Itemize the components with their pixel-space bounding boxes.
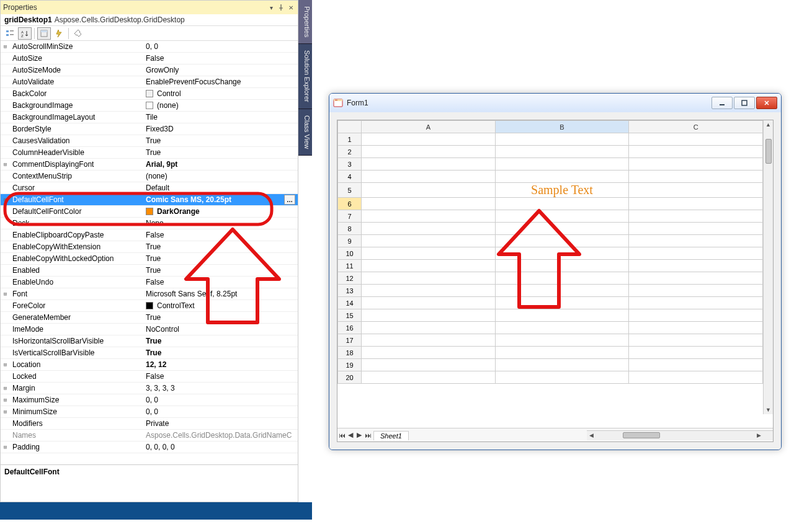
cell-C6[interactable] xyxy=(629,198,763,210)
cell-C13[interactable] xyxy=(629,285,763,297)
row-header-8[interactable]: 8 xyxy=(338,223,362,235)
side-tab-properties[interactable]: Properties xyxy=(298,0,312,44)
row-header-9[interactable]: 9 xyxy=(338,235,362,247)
close-icon[interactable]: ✕ xyxy=(287,3,295,12)
sheet-nav-next-icon[interactable]: ▶ xyxy=(355,431,364,439)
row-header-3[interactable]: 3 xyxy=(338,158,362,171)
row-header-6[interactable]: 6 xyxy=(338,198,362,210)
cell-A3[interactable] xyxy=(362,158,496,171)
property-row-borderstyle[interactable]: BorderStyleFixed3D xyxy=(1,123,298,135)
cell-B19[interactable] xyxy=(495,359,629,371)
property-row-isverticalscrollbarvisible[interactable]: IsVerticalScrollBarVisibleTrue xyxy=(1,347,298,359)
cell-A16[interactable] xyxy=(362,322,496,334)
row-header-12[interactable]: 12 xyxy=(338,272,362,285)
property-value[interactable]: True xyxy=(143,136,298,145)
expand-icon[interactable]: ⊞ xyxy=(1,409,10,415)
cell-A15[interactable] xyxy=(362,309,496,322)
row-header-7[interactable]: 7 xyxy=(338,210,362,223)
cell-A8[interactable] xyxy=(362,223,496,235)
cell-A12[interactable] xyxy=(362,272,496,285)
property-row-imemode[interactable]: ImeModeNoControl xyxy=(1,324,298,335)
row-header-16[interactable]: 16 xyxy=(338,322,362,334)
cell-A9[interactable] xyxy=(362,235,496,247)
property-row-enablecopywithlockedoption[interactable]: EnableCopyWithLockedOptionTrue xyxy=(1,253,298,265)
property-value[interactable]: Comic Sans MS, 20.25pt… xyxy=(143,195,298,205)
property-value[interactable]: True xyxy=(143,254,298,263)
property-value[interactable]: 0, 0 xyxy=(143,396,298,404)
expand-icon[interactable]: ⊞ xyxy=(1,43,10,50)
hscroll-thumb[interactable] xyxy=(623,432,660,438)
property-row-defaultcellfont[interactable]: ⊞DefaultCellFontComic Sans MS, 20.25pt… xyxy=(1,194,298,206)
cell-A10[interactable] xyxy=(362,247,496,260)
property-row-locked[interactable]: LockedFalse xyxy=(1,371,298,383)
cell-B10[interactable] xyxy=(495,247,629,260)
column-header-C[interactable]: C xyxy=(629,121,763,133)
property-value[interactable]: Private xyxy=(143,419,298,428)
property-value[interactable]: Fixed3D xyxy=(143,125,298,133)
property-value[interactable]: 0, 0, 0, 0 xyxy=(143,443,298,451)
cell-C9[interactable] xyxy=(629,235,763,247)
scroll-down-icon[interactable]: ▼ xyxy=(764,406,773,414)
property-row-margin[interactable]: ⊞Margin3, 3, 3, 3 xyxy=(1,383,298,394)
property-value[interactable]: True xyxy=(143,348,298,357)
cell-A6[interactable] xyxy=(362,198,496,210)
property-row-backgroundimage[interactable]: BackgroundImage(none) xyxy=(1,100,298,112)
cell-C1[interactable] xyxy=(629,133,763,146)
close-button[interactable] xyxy=(756,97,777,109)
cell-A1[interactable] xyxy=(362,133,496,146)
cell-B15[interactable] xyxy=(495,309,629,322)
cell-A2[interactable] xyxy=(362,146,496,158)
property-row-backcolor[interactable]: BackColorControl xyxy=(1,88,298,100)
row-header-20[interactable]: 20 xyxy=(338,371,362,384)
property-row-maximumsize[interactable]: ⊞MaximumSize0, 0 xyxy=(1,394,298,406)
property-value[interactable]: True xyxy=(143,313,298,322)
cell-C5[interactable] xyxy=(629,183,763,198)
alphabetical-button[interactable]: AZ xyxy=(18,27,32,40)
property-row-names[interactable]: NamesAspose.Cells.GridDesktop.Data.GridN… xyxy=(1,430,298,441)
property-row-autosize[interactable]: AutoSizeFalse xyxy=(1,53,298,64)
cell-C19[interactable] xyxy=(629,359,763,371)
vertical-scrollbar[interactable]: ▲ ▼ xyxy=(763,120,773,414)
property-row-commentdisplayingfont[interactable]: ⊞CommentDisplayingFontArial, 9pt xyxy=(1,159,298,171)
side-tab-class-view[interactable]: Class View xyxy=(298,109,312,156)
property-value[interactable]: 3, 3, 3, 3 xyxy=(143,384,298,392)
row-header-2[interactable]: 2 xyxy=(338,146,362,158)
cell-C20[interactable] xyxy=(629,371,763,384)
row-header-14[interactable]: 14 xyxy=(338,297,362,309)
property-row-enableclipboardcopypaste[interactable]: EnableClipboardCopyPasteFalse xyxy=(1,229,298,241)
property-value[interactable]: True xyxy=(143,242,298,251)
cell-B12[interactable] xyxy=(495,272,629,285)
property-value[interactable]: (none) xyxy=(143,172,298,180)
properties-grid[interactable]: ⊞AutoScrollMinSize0, 0AutoSizeFalseAutoS… xyxy=(1,41,298,464)
cell-A13[interactable] xyxy=(362,285,496,297)
pin-icon[interactable] xyxy=(277,3,285,12)
property-value[interactable]: NoControl xyxy=(143,325,298,334)
property-row-ishorizontalscrollbarvisible[interactable]: IsHorizontalScrollBarVisibleTrue xyxy=(1,335,298,347)
cell-B8[interactable] xyxy=(495,223,629,235)
events-button[interactable] xyxy=(52,27,66,40)
minimize-button[interactable] xyxy=(711,97,733,109)
row-header-10[interactable]: 10 xyxy=(338,247,362,260)
property-row-autosizemode[interactable]: AutoSizeModeGrowOnly xyxy=(1,64,298,76)
property-value[interactable]: False xyxy=(143,278,298,286)
cell-A4[interactable] xyxy=(362,171,496,183)
property-value[interactable]: True xyxy=(143,266,298,275)
column-header-B[interactable]: B xyxy=(495,121,629,133)
cell-A17[interactable] xyxy=(362,334,496,347)
cell-A18[interactable] xyxy=(362,347,496,359)
cell-B20[interactable] xyxy=(495,371,629,384)
cell-A19[interactable] xyxy=(362,359,496,371)
row-header-19[interactable]: 19 xyxy=(338,359,362,371)
expand-icon[interactable]: ⊞ xyxy=(1,361,10,368)
cell-A5[interactable] xyxy=(362,183,496,198)
property-row-minimumsize[interactable]: ⊞MinimumSize0, 0 xyxy=(1,406,298,418)
sheet-nav-first-icon[interactable]: ⏮ xyxy=(337,432,346,439)
expand-icon[interactable]: ⊞ xyxy=(1,444,10,450)
property-value[interactable]: False xyxy=(143,231,298,239)
property-value[interactable]: 0, 0 xyxy=(143,407,298,416)
expand-icon[interactable]: ⊞ xyxy=(1,291,10,297)
cell-B16[interactable] xyxy=(495,322,629,334)
property-value[interactable]: Control xyxy=(143,89,298,98)
row-header-5[interactable]: 5 xyxy=(338,183,362,198)
property-value[interactable]: Microsoft Sans Serif, 8.25pt xyxy=(143,290,298,298)
